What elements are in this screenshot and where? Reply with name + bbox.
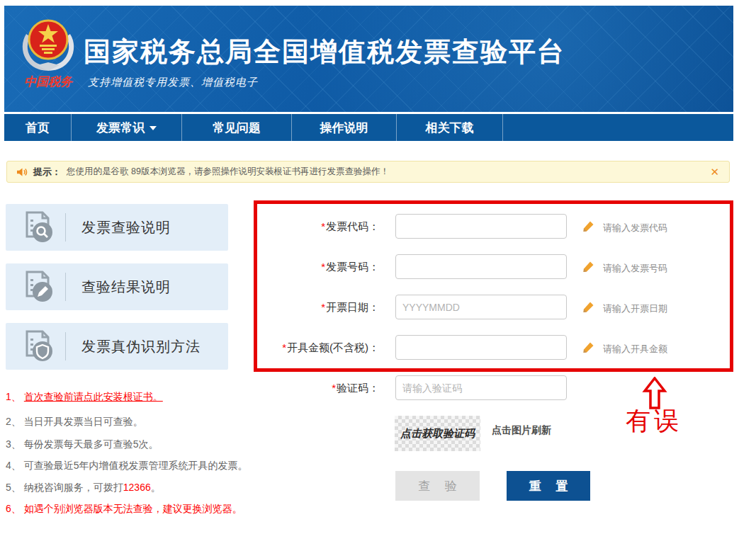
captcha-refresh-link[interactable]: 点击图片刷新 — [492, 424, 551, 437]
captcha-image[interactable]: 点击获取验证码 — [395, 416, 480, 451]
invoice-number-hint: 请输入发票号码 — [603, 262, 667, 275]
captcha-input[interactable] — [395, 375, 567, 400]
pencil-icon — [582, 301, 594, 313]
nav-item-instructions[interactable]: 操作说明 — [292, 114, 397, 141]
note-hotline: 5、纳税咨询服务，可拨打12366。 — [6, 482, 161, 494]
required-mark: * — [321, 261, 325, 273]
note-text: 。 — [151, 482, 161, 493]
nav-item-label: 发票常识 — [96, 120, 145, 136]
nav-item-downloads[interactable]: 相关下载 — [397, 114, 503, 141]
sidebar-item-label: 发票真伪识别方法 — [81, 337, 201, 356]
note-five-times: 3、每份发票每天最多可查验5次。 — [6, 438, 159, 451]
error-annotation-label: 有误 — [626, 404, 682, 438]
field-label-text: 开票日期： — [326, 301, 379, 313]
divider — [65, 332, 66, 360]
captcha-label: *验证码： — [234, 382, 379, 395]
pencil-icon — [582, 341, 594, 353]
hotline-number: 12366 — [123, 482, 151, 493]
page-title: 国家税务总局全国增值税发票查验平台 — [84, 34, 565, 70]
install-certificate-link[interactable]: 首次查验前请点此安装根证书。 — [24, 391, 163, 402]
main-nav: 首页 发票常识 常见问题 操作说明 相关下载 — [4, 114, 733, 141]
invoice-code-hint: 请输入发票代码 — [603, 222, 667, 234]
sidebar-item-label: 查验结果说明 — [81, 278, 171, 297]
required-mark: * — [282, 341, 286, 353]
captcha-image-text: 点击获取验证码 — [400, 427, 475, 441]
amount-input[interactable] — [395, 335, 567, 360]
invoice-code-label: *发票代码： — [234, 220, 379, 234]
sidebar-item-authenticity-help[interactable]: 发票真伪识别方法 — [6, 323, 228, 370]
amount-label: *开具金额(不含税)： — [234, 341, 379, 355]
note-number: 2、 — [6, 416, 21, 427]
invoice-number-label: *发票号码： — [234, 261, 379, 274]
nav-item-invoice-knowledge[interactable]: 发票常识 — [72, 114, 182, 141]
invoice-date-label: *开票日期： — [234, 301, 379, 314]
divider — [65, 213, 66, 242]
speaker-icon — [17, 167, 28, 177]
pencil-icon — [582, 261, 594, 273]
invoice-date-hint: 请输入开票日期 — [603, 302, 667, 315]
note-number: 1、 — [6, 391, 21, 402]
logo-caption: 中国税务 — [9, 74, 88, 90]
header-banner: 中国税务 国家税务总局全国增值税发票查验平台 支持增值税专用发票、增值税电子 — [4, 6, 733, 112]
note-number: 4、 — [6, 460, 21, 471]
required-mark: * — [332, 382, 336, 394]
divider — [65, 273, 66, 301]
sidebar-item-label: 发票查验说明 — [81, 218, 171, 237]
field-label-text: 发票号码： — [326, 261, 379, 273]
sidebar-item-result-help[interactable]: 查验结果说明 — [6, 263, 228, 310]
doc-search-icon — [23, 211, 54, 244]
reset-button[interactable]: 重 置 — [507, 471, 590, 501]
note-number: 6、 — [6, 503, 21, 514]
pencil-icon — [582, 220, 594, 232]
nav-item-label: 操作说明 — [320, 120, 368, 136]
nav-item-label: 常见问题 — [213, 120, 261, 136]
notice-prefix: 提示： — [33, 166, 61, 178]
verify-button[interactable]: 查 验 — [395, 471, 480, 501]
required-mark: * — [321, 220, 325, 232]
required-mark: * — [321, 301, 325, 313]
note-text: 如遇个别浏览器版本无法查验，建议更换浏览器。 — [24, 503, 242, 514]
nav-item-home[interactable]: 首页 — [4, 114, 72, 141]
invoice-code-input[interactable] — [395, 214, 567, 239]
note-install-certificate: 1、首次查验前请点此安装根证书。 — [6, 391, 163, 404]
field-label-text: 开具金额(不含税)： — [287, 341, 379, 353]
note-text: 每份发票每天最多可查验5次。 — [24, 438, 159, 450]
amount-hint: 请输入开具金额 — [603, 343, 667, 356]
field-label-text: 验证码： — [337, 382, 379, 394]
chevron-down-icon — [149, 126, 157, 130]
note-number: 3、 — [6, 438, 21, 450]
field-label-text: 发票代码： — [326, 220, 379, 232]
invoice-date-input[interactable] — [395, 295, 567, 319]
sidebar-item-invoice-check-help[interactable]: 发票查验说明 — [6, 204, 228, 251]
note-number: 5、 — [6, 482, 21, 493]
doc-shield-icon — [23, 330, 54, 363]
note-text: 当日开具发票当日可查验。 — [24, 416, 143, 427]
note-change-browser: 6、如遇个别浏览器版本无法查验，建议更换浏览器。 — [6, 503, 242, 516]
note-same-day: 2、当日开具发票当日可查验。 — [6, 416, 143, 428]
nav-item-label: 相关下载 — [426, 120, 474, 136]
close-icon[interactable]: ✕ — [710, 166, 719, 177]
note-text: 纳税咨询服务，可拨打 — [24, 482, 123, 493]
nav-item-faq[interactable]: 常见问题 — [182, 114, 292, 141]
note-five-years: 4、可查验最近5年内增值税发票管理系统开具的发票。 — [6, 460, 248, 472]
page-subtitle: 支持增值税专用发票、增值税电子 — [88, 76, 258, 89]
notice-text: 您使用的是谷歌 89版本浏览器，请参照操作说明安装根证书再进行发票查验操作！ — [67, 166, 389, 178]
tax-emblem-logo — [20, 16, 77, 72]
nav-item-label: 首页 — [26, 120, 50, 136]
note-text: 可查验最近5年内增值税发票管理系统开具的发票。 — [24, 460, 248, 471]
invoice-verify-page: 中国税务 国家税务总局全国增值税发票查验平台 支持增值税专用发票、增值税电子 首… — [0, 0, 756, 551]
doc-edit-icon — [23, 271, 54, 303]
browser-notice-bar: 提示： 您使用的是谷歌 89版本浏览器，请参照操作说明安装根证书再进行发票查验操… — [6, 161, 730, 183]
invoice-number-input[interactable] — [395, 254, 567, 279]
